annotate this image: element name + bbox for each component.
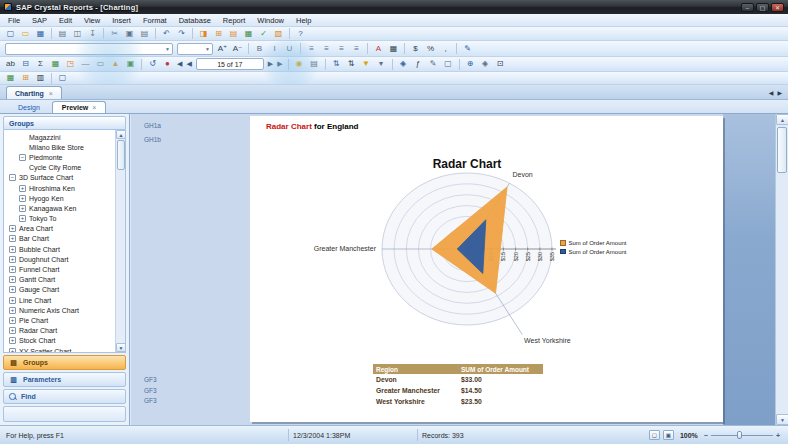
insert-chart-icon[interactable]: ▲ <box>109 58 122 70</box>
suppress-icon[interactable]: ▤ <box>308 58 321 70</box>
tree-item-cycle-city-rome[interactable]: Cycle City Rome <box>4 163 115 173</box>
report-explorer-icon[interactable]: ▤ <box>227 28 240 40</box>
expand-icon[interactable]: + <box>9 276 16 283</box>
align-left-icon[interactable]: ≡ <box>305 43 318 55</box>
insert-box-icon[interactable]: ▭ <box>94 58 107 70</box>
menu-item-sap[interactable]: SAP <box>26 15 53 26</box>
save-icon[interactable]: ▦ <box>34 28 47 40</box>
expand-icon[interactable]: + <box>9 348 16 353</box>
menu-item-view[interactable]: View <box>78 15 106 26</box>
menu-item-database[interactable]: Database <box>173 15 217 26</box>
expand-icon[interactable]: + <box>19 195 26 202</box>
tree-item-gauge-chart[interactable]: +Gauge Chart <box>4 285 115 295</box>
workbench-icon[interactable]: ▧ <box>272 28 285 40</box>
insert-subreport-icon[interactable]: ◳ <box>64 58 77 70</box>
highlighting-icon[interactable]: ◉ <box>293 58 306 70</box>
tree-item-area-chart[interactable]: +Area Chart <box>4 224 115 234</box>
close-icon[interactable]: × <box>92 104 96 111</box>
toggle-preview-panel-icon[interactable]: ◨ <box>197 28 210 40</box>
italic-icon[interactable]: I <box>268 43 281 55</box>
scroll-up-icon[interactable]: ▲ <box>776 114 788 125</box>
dependency-checker-icon[interactable]: ✓ <box>257 28 270 40</box>
group-expert-icon[interactable]: ⊞ <box>19 72 32 84</box>
zoom-slider-handle[interactable] <box>737 431 742 439</box>
paste-icon[interactable]: ▤ <box>138 28 151 40</box>
minimize-button[interactable]: – <box>741 3 754 12</box>
smart-tag-icon[interactable]: ◈ <box>479 58 492 70</box>
collapse-icon[interactable]: − <box>9 174 16 181</box>
tree-item-milano-bike-store[interactable]: Milano Bike Store <box>4 142 115 152</box>
align-right-icon[interactable]: ≡ <box>335 43 348 55</box>
tree-item-bar-chart[interactable]: +Bar Chart <box>4 234 115 244</box>
scroll-up-icon[interactable]: ▲ <box>116 130 126 139</box>
tab-design[interactable]: Design <box>8 101 50 113</box>
percent-icon[interactable]: % <box>424 43 437 55</box>
page-indicator[interactable]: 15 of 17 <box>196 58 264 70</box>
expand-icon[interactable]: + <box>9 337 16 344</box>
menu-item-edit[interactable]: Edit <box>53 15 78 26</box>
expand-icon[interactable]: + <box>9 225 16 232</box>
format-painter-icon[interactable]: ✎ <box>461 43 474 55</box>
expand-icon[interactable]: + <box>9 246 16 253</box>
zoom-slider[interactable] <box>711 430 773 440</box>
grow-font-icon[interactable]: A⁺ <box>216 43 229 55</box>
expand-icon[interactable]: + <box>9 266 16 273</box>
scroll-down-icon[interactable]: ▼ <box>116 343 126 352</box>
tree-item-pie-chart[interactable]: +Pie Chart <box>4 315 115 325</box>
tree-item-hiroshima-ken[interactable]: +Hiroshima Ken <box>4 183 115 193</box>
insert-line-icon[interactable]: — <box>79 58 92 70</box>
bold-icon[interactable]: B <box>253 43 266 55</box>
underline-icon[interactable]: U <box>283 43 296 55</box>
single-page-view-icon[interactable]: ▢ <box>649 430 660 440</box>
maximize-button[interactable]: ▢ <box>756 3 769 12</box>
last-page-button[interactable]: ▶ <box>275 60 284 68</box>
tree-item-radar-chart[interactable]: +Radar Chart <box>4 326 115 336</box>
refresh-icon[interactable]: ↺ <box>146 58 159 70</box>
font-color-icon[interactable]: A <box>372 43 385 55</box>
tree-item-tokyo-to[interactable]: +Tokyo To <box>4 214 115 224</box>
tree-item-gantt-chart[interactable]: +Gantt Chart <box>4 275 115 285</box>
previous-page-button[interactable]: ◀ <box>184 60 193 68</box>
expand-icon[interactable]: + <box>19 215 26 222</box>
document-tab-charting[interactable]: Charting × <box>6 86 62 99</box>
export-icon[interactable]: ↧ <box>86 28 99 40</box>
preview-vertical-scrollbar[interactable]: ▲ ▼ <box>775 114 788 425</box>
tree-item-piedmonte[interactable]: −Piedmonte <box>4 152 115 162</box>
first-page-button[interactable]: ◀ <box>175 60 184 68</box>
font-size-combobox[interactable]: ▼ <box>177 43 213 55</box>
tree-item-magazzini[interactable]: Magazzini <box>4 132 115 142</box>
expand-icon[interactable]: + <box>9 297 16 304</box>
groups-panel-button[interactable]: ▤Groups <box>3 355 126 370</box>
insert-hyperlink-icon[interactable]: ⊕ <box>464 58 477 70</box>
expand-icon[interactable]: + <box>9 307 16 314</box>
menu-item-window[interactable]: Window <box>251 15 290 26</box>
currency-icon[interactable]: $ <box>409 43 422 55</box>
insert-text-object-icon[interactable]: ab <box>4 58 17 70</box>
zoom-icon[interactable]: ⊡ <box>494 58 507 70</box>
tree-item-stock-chart[interactable]: +Stock Chart <box>4 336 115 346</box>
tree-item-3d-surface-chart[interactable]: −3D Surface Chart <box>4 173 115 183</box>
field-explorer-icon[interactable]: ⊞ <box>212 28 225 40</box>
insert-summary-icon[interactable]: Σ <box>34 58 47 70</box>
expand-icon[interactable]: + <box>9 327 16 334</box>
tab-scroll-right-icon[interactable]: ▶ <box>777 89 782 96</box>
tab-scroll-left-icon[interactable]: ◀ <box>769 89 774 96</box>
justify-icon[interactable]: ≡ <box>350 43 363 55</box>
menu-item-file[interactable]: File <box>2 15 26 26</box>
zoom-in-icon[interactable]: + <box>776 432 780 439</box>
expand-icon[interactable]: + <box>9 286 16 293</box>
print-icon[interactable]: ▤ <box>56 28 69 40</box>
collapse-icon[interactable]: − <box>19 154 26 161</box>
database-expert-icon[interactable]: ▦ <box>4 72 17 84</box>
tree-item-numeric-axis-chart[interactable]: +Numeric Axis Chart <box>4 305 115 315</box>
filter-caret-icon[interactable]: ▾ <box>375 58 388 70</box>
close-button[interactable]: ✕ <box>771 3 784 12</box>
scrollbar-thumb[interactable] <box>777 127 787 173</box>
insert-crosstab-icon[interactable]: ▦ <box>49 58 62 70</box>
menu-item-format[interactable]: Format <box>137 15 173 26</box>
expand-icon[interactable]: + <box>9 317 16 324</box>
menu-item-help[interactable]: Help <box>290 15 317 26</box>
new-icon[interactable]: ▢ <box>4 28 17 40</box>
expand-icon[interactable]: + <box>19 205 26 212</box>
cancel-menu-icon[interactable]: ▢ <box>442 58 455 70</box>
